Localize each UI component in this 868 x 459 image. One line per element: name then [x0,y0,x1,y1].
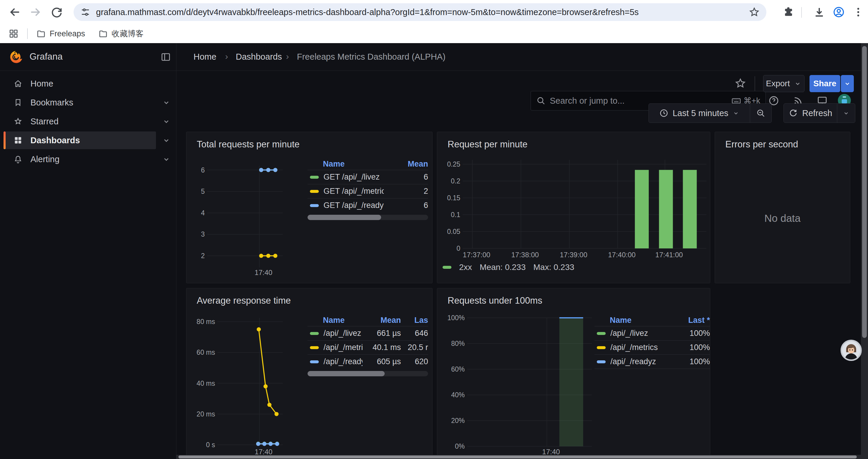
grafana-sidebar: HomeBookmarksStarredDashboardsAlerting [0,71,176,459]
refresh-icon [788,108,798,118]
sidebar-item-alerting[interactable]: Alerting [4,150,156,168]
downloads-icon[interactable] [813,6,826,18]
series-point [275,442,279,446]
assistant-avatar-image [842,341,860,359]
series-name[interactable]: GET /api/_/livez [308,172,384,182]
series-point [269,442,273,446]
legend-swatch [442,266,452,269]
table-scrollbar[interactable] [308,371,428,376]
legend-row: /api/_/livez661 µs646 [308,326,428,340]
export-button[interactable]: Export [763,75,804,92]
table-scrollbar[interactable] [308,215,428,220]
y-axis-tick-label: 20 ms [196,410,215,418]
grafana-logo[interactable] [8,50,23,64]
address-bar[interactable]: grafana.mathmast.com/d/deytv4rwavabkb/fr… [73,3,766,21]
browser-forward-icon[interactable] [29,6,42,19]
toolbar-divider [754,76,755,91]
bookmarks-separator [27,28,28,39]
legend-column-header[interactable]: Mean [363,316,401,325]
legend-column-header[interactable]: Las [401,316,428,325]
breadcrumb-current: Freeleaps Metrics Dashboard (ALPHA) [297,52,445,62]
site-settings-icon[interactable] [80,7,91,18]
browser-menu-icon[interactable] [852,6,864,18]
series-point [266,168,270,172]
legend-column-header[interactable]: Name [308,160,384,169]
bookmark-folder-freeleaps[interactable]: Freeleaps [36,29,85,39]
home-icon [13,79,23,88]
y-axis-tick-label: 80% [451,340,465,347]
x-axis-tick-label: 17:41:00 [655,251,683,259]
panel-title[interactable]: Total requests per minute [197,139,300,150]
bookmark-icon [13,98,23,107]
grafana-brand[interactable]: Grafana [30,52,63,62]
panel-title[interactable]: Average response time [197,295,291,306]
extensions-icon[interactable] [782,6,795,18]
sidebar-item-bookmarks[interactable]: Bookmarks [4,94,156,111]
bookmark-folder-blogs[interactable]: 收藏博客 [98,28,144,39]
share-menu-button[interactable] [841,75,854,92]
floating-assistant-avatar[interactable] [840,340,862,361]
table-scrollbar-thumb[interactable] [308,215,381,220]
vertical-scrollbar-thumb[interactable] [862,46,867,338]
profile-icon[interactable] [833,6,845,18]
legend-row: GET /api/_/livez6 [308,170,428,184]
series-name[interactable]: /api/_/readyz [308,357,363,366]
panel-title[interactable]: Requests under 100ms [447,295,542,306]
series-name[interactable]: /api/_/livez [594,329,672,338]
legend-column-header[interactable]: Last * [672,316,710,325]
breadcrumb-home[interactable]: Home [193,52,216,62]
breadcrumb-chevron: › [225,52,228,61]
series-name[interactable]: /api/_/metrics [308,343,363,352]
refresh-interval-button[interactable] [837,104,855,123]
series-point [266,168,270,172]
sidebar-item-starred[interactable]: Starred [4,112,156,130]
y-axis-tick-label: 4 [201,209,205,217]
series-value: 100% [672,329,710,338]
y-axis-tick-label: 0 [457,244,460,252]
sidebar-item-dashboards[interactable]: Dashboards [4,131,156,149]
refresh-button[interactable]: Refresh [784,104,837,123]
series-value: 661 µs [363,329,401,338]
series-name[interactable]: GET /api/_/readyz [308,201,384,210]
table-scrollbar-thumb[interactable] [308,371,385,376]
y-axis-tick-label: 0.2 [451,177,460,185]
favorite-star-icon[interactable] [735,77,746,89]
share-button[interactable]: Share [809,75,840,92]
y-axis-tick-label: 3 [201,230,205,238]
url-text[interactable]: grafana.mathmast.com/d/deytv4rwavabkb/fr… [96,7,743,17]
zoom-out-button[interactable] [750,104,771,123]
y-axis-tick-label: 0% [455,442,465,450]
horizontal-scrollbar-thumb[interactable] [179,455,857,458]
legend-series[interactable]: 2xx [459,263,472,272]
chevron-down-icon[interactable] [162,117,171,126]
time-range-picker[interactable]: Last 5 minutes [649,104,750,123]
series-swatch [597,360,606,363]
series-name[interactable]: /api/_/metrics [594,343,672,352]
sidebar-toggle-icon[interactable] [160,52,171,62]
chevron-down-icon[interactable] [162,155,171,164]
legend-column-header[interactable]: Mean [384,160,428,169]
chevron-down-icon[interactable] [162,98,171,107]
sidebar-item-label: Home [30,79,53,89]
share-split-button: Share [809,75,854,92]
panel-title[interactable]: Request per minute [447,139,528,150]
sidebar-item-home[interactable]: Home [4,75,156,93]
y-axis-tick-label: 2 [201,252,205,260]
series-point [259,168,263,172]
breadcrumb-chevron: › [286,52,289,61]
series-name[interactable]: GET /api/_/metrics [308,187,384,196]
legend-column-header[interactable]: Name [308,316,363,325]
breadcrumb-dashboards[interactable]: Dashboards [236,52,282,62]
apps-grid-icon[interactable] [8,28,19,39]
series-name[interactable]: /api/_/readyz [594,357,672,366]
chevron-down-icon[interactable] [162,136,171,145]
series-point [256,441,260,446]
browser-reload-icon[interactable] [50,6,63,19]
bookmark-star-icon[interactable] [749,6,760,18]
legend-row: GET /api/_/readyz6 [308,198,428,212]
browser-back-icon[interactable] [8,6,21,19]
legend-column-header[interactable]: Name [594,316,672,325]
series-name[interactable]: /api/_/livez [308,329,363,338]
panel-title[interactable]: Errors per second [725,139,798,150]
series-point [262,441,267,446]
